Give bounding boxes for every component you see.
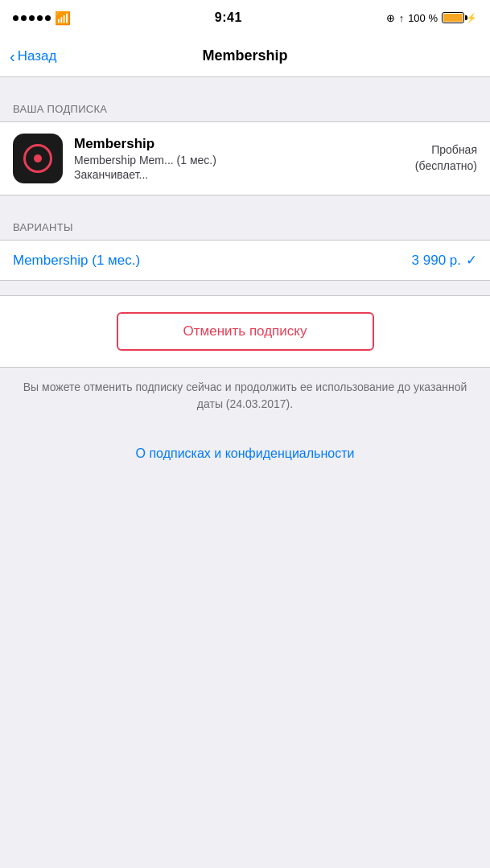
- trial-info: Пробная (бесплатно): [415, 142, 477, 174]
- cancel-section: Отменить подписку: [0, 295, 490, 368]
- variants-section-header: ВАРИАНТЫ: [0, 210, 490, 240]
- app-icon-dot: [34, 154, 42, 162]
- checkmark-icon: ✓: [466, 252, 477, 269]
- trial-line2: (бесплатно): [415, 158, 477, 175]
- app-icon: [13, 134, 63, 183]
- spacer-1: [0, 77, 490, 92]
- location-icon: ⊕: [386, 12, 395, 24]
- back-label: Назад: [18, 48, 57, 64]
- status-bar: 📶 9:41 ⊕ ↑ 100 % ⚡: [0, 0, 490, 35]
- spacer-4: [0, 424, 490, 438]
- wifi-icon: 📶: [55, 10, 71, 26]
- status-left: 📶: [13, 10, 71, 26]
- app-details: Membership Membership Mem... (1 мес.) За…: [74, 136, 404, 181]
- spacer-2: [0, 195, 490, 210]
- app-expiry: Заканчивает...: [74, 168, 404, 181]
- navigation-bar: ‹ Назад Membership: [0, 35, 490, 77]
- back-chevron-icon: ‹: [10, 48, 15, 64]
- subscription-card: Membership Membership Mem... (1 мес.) За…: [0, 121, 490, 195]
- back-button[interactable]: ‹ Назад: [10, 48, 56, 64]
- variant-price-container: 3 990 р. ✓: [412, 252, 477, 269]
- cancel-description: Вы можете отменить подписку сейчас и про…: [0, 368, 490, 424]
- app-sub: Membership Mem... (1 мес.): [74, 154, 404, 167]
- app-icon-inner: [23, 144, 52, 173]
- signal-dots: [13, 15, 51, 21]
- status-right: ⊕ ↑ 100 % ⚡: [386, 12, 477, 24]
- cancel-subscription-button[interactable]: Отменить подписку: [117, 312, 374, 351]
- variant-row[interactable]: Membership (1 мес.) 3 990 р. ✓: [0, 240, 490, 281]
- variant-price-value: 3 990 р.: [412, 253, 461, 269]
- privacy-link[interactable]: О подписках и конфиденциальности: [0, 438, 490, 477]
- subscription-section-header: ВАША ПОДПИСКА: [0, 92, 490, 121]
- battery-fill: [443, 14, 463, 22]
- variant-label: Membership (1 мес.): [13, 253, 140, 269]
- trial-line1: Пробная: [415, 142, 477, 158]
- spacer-3: [0, 281, 490, 295]
- battery-container: ⚡: [442, 12, 477, 23]
- location-arrow-icon: ↑: [399, 12, 405, 24]
- app-info-row: Membership Membership Mem... (1 мес.) За…: [0, 122, 490, 195]
- app-name: Membership: [74, 136, 404, 152]
- status-time: 9:41: [215, 10, 242, 25]
- battery-icon: [442, 12, 464, 23]
- battery-percent: 100 %: [408, 12, 438, 24]
- nav-title: Membership: [202, 47, 287, 64]
- charging-icon: ⚡: [466, 13, 477, 23]
